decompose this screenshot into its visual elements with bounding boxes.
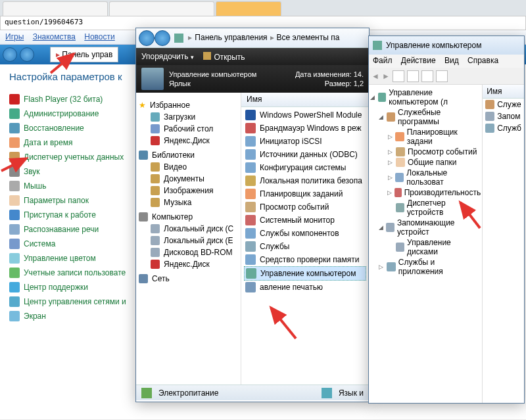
system-icon	[9, 239, 20, 249]
back-button[interactable]: ◄	[371, 72, 379, 81]
computer-header[interactable]: Компьютер	[139, 212, 238, 222]
file-item[interactable]: Службы	[244, 240, 366, 253]
toolbar: ◄ ►	[369, 68, 524, 85]
tree-task-scheduler[interactable]: ▷Планировщик задани	[370, 127, 481, 147]
browser-tabs[interactable]	[0, 0, 526, 16]
toolbar-button[interactable]	[393, 70, 404, 82]
link-games[interactable]: Игры	[5, 32, 24, 41]
nav-music[interactable]: Музыка	[139, 197, 238, 208]
menu-view[interactable]: Вид	[444, 56, 459, 65]
downloads-icon	[151, 112, 160, 122]
task-scheduler-icon	[245, 189, 256, 199]
tree-storage[interactable]: ◢Запоминающие устройст	[370, 218, 481, 237]
file-item[interactable]: Локальная политика безопа	[244, 174, 366, 187]
control-panel-icon	[174, 34, 183, 43]
file-item[interactable]: Брандмауэр Windows в реж	[244, 122, 366, 135]
tree-root[interactable]: ◢Управление компьютером (л	[370, 87, 481, 107]
link-news[interactable]: Новости	[84, 32, 114, 41]
address-bar: ▸Панель управления▸Все элементы па	[136, 28, 369, 48]
menu-file[interactable]: Файл	[373, 56, 393, 65]
nav-bdrom[interactable]: Дисковод BD-ROM	[139, 246, 238, 258]
network-header[interactable]: Сеть	[139, 274, 238, 283]
color-icon	[9, 253, 20, 264]
toolbar-button[interactable]	[421, 70, 433, 82]
browser-tab[interactable]	[216, 1, 281, 16]
navigation-pane[interactable]: ★Избранное Загрузки Рабочий стол Яндекс.…	[136, 93, 241, 385]
tree-shared-folders[interactable]: ▷Общие папки	[370, 157, 481, 168]
favorites-header[interactable]: ★Избранное	[139, 101, 238, 110]
flag-icon	[9, 282, 20, 292]
nav-videos[interactable]: Видео	[139, 161, 238, 173]
file-item[interactable]: Windows PowerShell Module	[244, 108, 366, 122]
forward-button[interactable]: ►	[382, 72, 390, 81]
nav-documents[interactable]: Документы	[139, 173, 238, 185]
tree-device-manager[interactable]: Диспетчер устройств	[370, 198, 481, 218]
pictures-icon	[151, 186, 160, 195]
column-header-name[interactable]: Имя	[483, 85, 524, 99]
column-header-name[interactable]: Имя	[241, 93, 369, 107]
file-item[interactable]: Источники данных (ODBC)	[244, 148, 366, 161]
file-item[interactable]: Службы компонентов	[244, 227, 366, 240]
nav-yandex-disk-2[interactable]: Яндекс.Диск	[139, 258, 238, 270]
nav-drive-c[interactable]: Локальный диск (C	[139, 223, 238, 235]
tree-pane[interactable]: ◢Управление компьютером (л ◢Служебные пр…	[369, 85, 483, 403]
link-dating[interactable]: Знакомства	[33, 32, 76, 41]
libraries-icon	[139, 151, 148, 160]
title-bar[interactable]: Управление компьютером	[369, 36, 524, 55]
browser-tab[interactable]	[3, 1, 108, 16]
users-icon	[9, 268, 20, 278]
file-item[interactable]: Планировщик заданий	[244, 187, 366, 200]
nav-drive-e[interactable]: Локальный диск (E	[139, 235, 238, 246]
back-button[interactable]	[3, 47, 17, 62]
computer-management-icon	[378, 93, 386, 102]
event-viewer-icon	[396, 147, 405, 156]
yandex-disk-icon	[151, 136, 160, 145]
status-item[interactable]: Электропитание	[158, 388, 218, 398]
computer-icon	[139, 212, 148, 222]
computer-management-window[interactable]: Управление компьютером Файл Действие Вид…	[368, 35, 525, 404]
file-item[interactable]: Конфигурация системы	[244, 161, 366, 174]
nav-pictures[interactable]: Изображения	[139, 185, 238, 197]
list-item[interactable]: Запом	[483, 110, 524, 122]
libraries-header[interactable]: Библиотеки	[139, 151, 238, 160]
mmc-icon	[373, 41, 382, 50]
firewall-icon	[245, 123, 256, 133]
file-item[interactable]: Системный монитор	[244, 214, 366, 227]
toolbar-button[interactable]	[407, 70, 419, 82]
menu-help[interactable]: Справка	[467, 56, 498, 65]
tree-performance[interactable]: ▷Производительность	[370, 187, 481, 198]
task-scheduler-icon	[395, 132, 404, 141]
back-button[interactable]	[139, 30, 155, 46]
file-item[interactable]: Просмотр событий	[244, 200, 366, 214]
flash-icon	[9, 94, 20, 105]
file-item[interactable]: Инициатор iSCSI	[244, 135, 366, 148]
menu-bar[interactable]: Файл Действие Вид Справка	[369, 55, 524, 68]
breadcrumb[interactable]: ▸ Панель управ	[50, 47, 118, 62]
tree-services-apps[interactable]: ▷Службы и приложения	[370, 257, 481, 277]
file-item[interactable]: Средство проверки памяти	[244, 253, 366, 266]
tree-local-users[interactable]: ▷Локальные пользоват	[370, 168, 481, 187]
open-button[interactable]: Открыть	[203, 52, 245, 62]
tree-event-viewer[interactable]: ▷Просмотр событий	[370, 147, 481, 157]
toolbar-button[interactable]	[436, 70, 448, 82]
organize-button[interactable]: Упорядочить	[141, 52, 194, 61]
tree-disk-management[interactable]: Управление дисками	[370, 237, 481, 257]
list-item[interactable]: Служе	[483, 99, 524, 110]
forward-button[interactable]	[20, 47, 34, 62]
file-item[interactable]: авление печатью	[244, 281, 366, 294]
nav-desktop[interactable]: Рабочий стол	[139, 123, 238, 135]
browser-tab[interactable]	[109, 1, 214, 16]
details-pane: Имя Служе Запом Служб	[483, 85, 524, 403]
status-item[interactable]: Язык и	[339, 388, 364, 398]
nav-downloads[interactable]: Загрузки	[139, 111, 238, 123]
menu-action[interactable]: Действие	[401, 56, 436, 65]
file-item-selected[interactable]: Управление компьютером	[244, 266, 366, 281]
forward-button[interactable]	[155, 30, 170, 46]
explorer-window[interactable]: ▸Панель управления▸Все элементы па Упоря…	[135, 28, 370, 402]
breadcrumb[interactable]: ▸Панель управления▸Все элементы па	[174, 33, 339, 43]
tree-system-tools[interactable]: ◢Служебные программы	[370, 107, 481, 127]
nav-yandex-disk[interactable]: Яндекс.Диск	[139, 135, 238, 147]
file-list[interactable]: Windows PowerShell Module Брандмауэр Win…	[241, 107, 369, 295]
secpol-icon	[245, 175, 256, 186]
list-item[interactable]: Служб	[483, 122, 524, 134]
